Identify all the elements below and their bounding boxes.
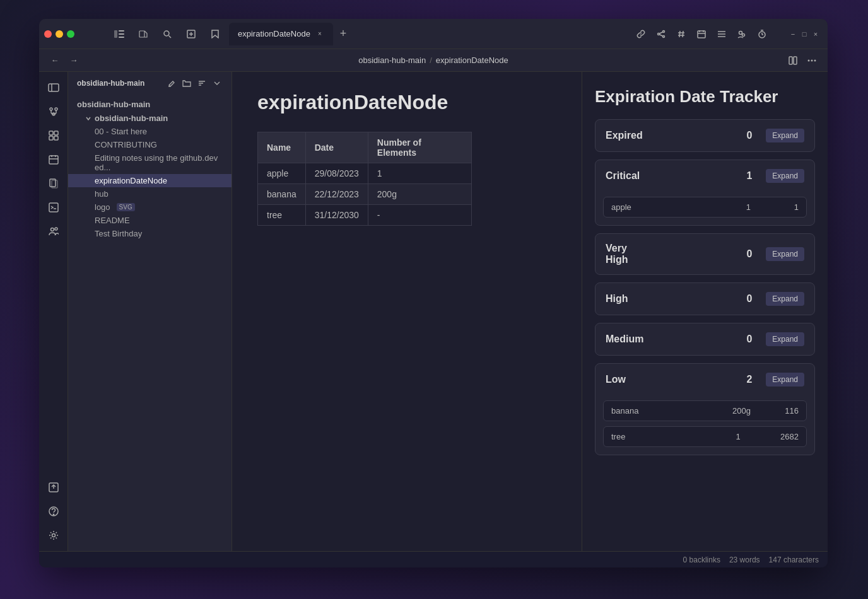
sidebar-header: obsidian-hub-main	[68, 72, 232, 95]
minimize-traffic-light[interactable]	[56, 30, 63, 38]
svg-line-6	[169, 35, 172, 38]
svg-point-61	[53, 514, 54, 515]
expired-count: 0	[746, 130, 752, 141]
table-row: banana 22/12/2023 200g	[258, 184, 472, 205]
svg-rect-3	[119, 37, 124, 38]
main-content: obsidian-hub-main	[39, 72, 828, 551]
sidebar-item-editing[interactable]: Editing notes using the github.dev ed...	[68, 151, 232, 174]
table-row: tree 31/12/2030 -	[258, 205, 472, 226]
activity-publish-button[interactable]	[43, 477, 64, 498]
close-button[interactable]: ×	[811, 30, 820, 38]
activity-settings-button[interactable]	[43, 525, 64, 546]
list-button[interactable]	[713, 25, 730, 43]
collapse-all-button[interactable]	[211, 78, 223, 89]
svg-point-62	[52, 534, 55, 537]
status-backlinks[interactable]: 0 backlinks	[683, 555, 720, 564]
medium-card-header: Medium 0 Expand	[595, 323, 814, 355]
maximize-button[interactable]: □	[800, 30, 809, 38]
high-expand-button[interactable]: Expand	[766, 292, 804, 306]
svg-point-39	[50, 108, 52, 110]
svg-point-34	[808, 59, 810, 61]
expired-expand-button[interactable]: Expand	[766, 129, 804, 142]
low-expand-button[interactable]: Expand	[766, 373, 804, 387]
svg-point-40	[55, 108, 57, 110]
close-traffic-light[interactable]	[44, 30, 52, 38]
activity-people-button[interactable]	[43, 221, 64, 242]
bookmark-button[interactable]	[206, 25, 224, 43]
status-words[interactable]: 23 words	[729, 555, 760, 564]
activity-pages-button[interactable]	[43, 173, 64, 194]
search-button[interactable]	[158, 25, 176, 43]
timer-button[interactable]	[753, 25, 771, 43]
sidebar-item-test-birthday[interactable]: Test Birthday	[68, 227, 232, 240]
maximize-traffic-light[interactable]	[67, 30, 74, 38]
very-high-card-header: Very High 0 Expand	[595, 234, 814, 274]
sidebar-item-readme[interactable]: README	[68, 214, 232, 227]
breadcrumb-current[interactable]: expirationDateNode	[436, 55, 508, 65]
low-row-mid-banana: 200g	[698, 406, 785, 416]
critical-card-content: apple 1 1	[595, 197, 814, 225]
sidebar-item-hub[interactable]: hub	[68, 187, 232, 201]
new-folder-button[interactable]	[181, 78, 192, 89]
sort-button[interactable]	[196, 78, 208, 89]
reading-view-button[interactable]	[785, 52, 801, 69]
sidebar-item-label: hub	[95, 189, 108, 199]
very-high-expand-button[interactable]: Expand	[766, 247, 804, 261]
critical-count: 1	[746, 170, 752, 182]
activity-terminal-button[interactable]	[43, 197, 64, 218]
activity-git-button[interactable]	[43, 101, 64, 122]
panel-title: Expiration Date Tracker	[595, 87, 815, 107]
sidebar-item-label: logo	[95, 202, 110, 212]
data-table: Name Date Number of Elements apple 29/08…	[257, 132, 472, 226]
sidebar-item-logo[interactable]: logo SVG	[68, 201, 232, 214]
sidebar-toggle-button[interactable]	[110, 25, 128, 43]
new-note-button[interactable]	[182, 25, 200, 43]
community-button[interactable]	[733, 25, 751, 43]
low-card-header: Low 2 Expand	[595, 364, 814, 395]
link-icon-button[interactable]	[632, 25, 650, 43]
svg-point-10	[658, 33, 660, 35]
back-button[interactable]: ←	[47, 52, 63, 69]
sidebar-item-00-start[interactable]: 00 - Start here	[68, 125, 232, 138]
table-cell-elements: -	[368, 205, 471, 226]
low-row-tree: tree 1 2682	[603, 426, 807, 447]
svg-rect-44	[49, 131, 53, 135]
critical-expand-button[interactable]: Expand	[766, 169, 804, 183]
high-count: 0	[746, 293, 752, 305]
forward-button[interactable]: →	[66, 52, 82, 69]
activity-grid-button[interactable]	[43, 125, 64, 146]
low-count: 2	[746, 374, 752, 385]
activity-sidebar-toggle[interactable]	[43, 77, 64, 98]
open-file-button[interactable]	[134, 25, 152, 43]
svg-rect-33	[794, 57, 797, 64]
minimize-button[interactable]: −	[789, 30, 797, 38]
tree-subfolder[interactable]: obsidian-hub-main	[68, 112, 232, 125]
svg-rect-1	[119, 30, 124, 32]
more-options-button[interactable]	[804, 52, 820, 69]
edit-icon-button[interactable]	[166, 78, 177, 89]
table-row: apple 29/08/2023 1	[258, 163, 472, 184]
sidebar-header-icons	[166, 78, 223, 89]
new-tab-button[interactable]: +	[334, 25, 352, 43]
calendar-button[interactable]	[693, 25, 710, 43]
activity-calendar-button[interactable]	[43, 149, 64, 170]
tab-close-button[interactable]: ×	[315, 30, 324, 38]
critical-row-apple: apple 1 1	[603, 197, 807, 218]
svg-line-15	[679, 31, 680, 37]
sidebar-item-expiration[interactable]: expirationDateNode	[68, 174, 232, 187]
very-high-count: 0	[746, 248, 752, 260]
sidebar-item-label: CONTRIBUTING	[95, 140, 157, 149]
status-chars[interactable]: 147 characters	[769, 555, 819, 564]
svg-rect-37	[49, 84, 59, 91]
activity-help-button[interactable]	[43, 501, 64, 522]
active-tab[interactable]: expirationDateNode ×	[229, 23, 333, 45]
breadcrumb-root[interactable]: obsidian-hub-main	[358, 55, 426, 65]
tree-root-item[interactable]: obsidian-hub-main	[68, 97, 232, 112]
low-row-mid-tree: 1	[696, 432, 780, 441]
hashtag-button[interactable]	[672, 25, 690, 43]
expired-card-header: Expired 0 Expand	[595, 120, 814, 151]
right-panel: Expiration Date Tracker Expired 0 Expand…	[582, 72, 828, 551]
medium-expand-button[interactable]: Expand	[766, 332, 804, 346]
graph-icon-button[interactable]	[652, 25, 670, 43]
sidebar-item-contributing[interactable]: CONTRIBUTING	[68, 138, 232, 151]
